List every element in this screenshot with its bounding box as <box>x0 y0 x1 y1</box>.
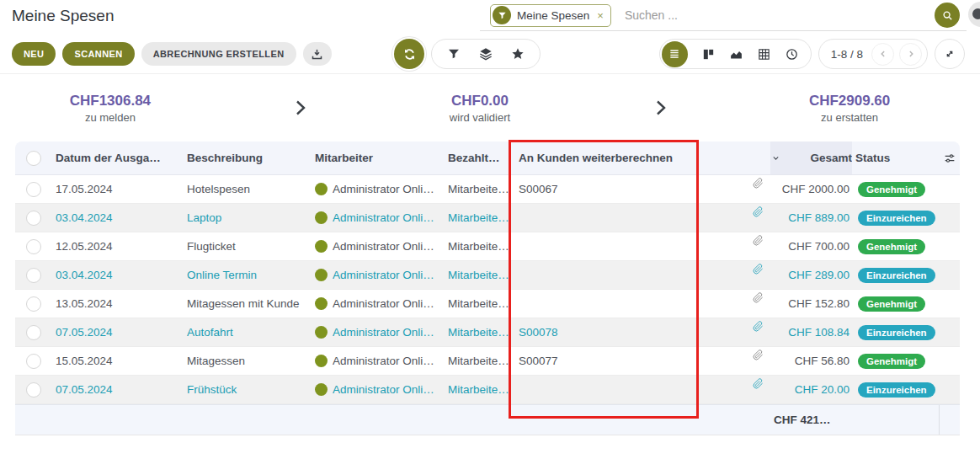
refresh-button[interactable] <box>394 39 424 69</box>
sort-descending-icon[interactable] <box>770 152 781 163</box>
cell-description[interactable]: Frühstück <box>184 383 312 396</box>
pager-next-button[interactable] <box>899 43 922 66</box>
cell-employee[interactable]: Administrator Onli… <box>312 269 445 281</box>
pivot-view-button[interactable] <box>757 47 771 61</box>
cell-total[interactable]: CHF 2000.00 <box>770 183 852 195</box>
cell-description[interactable]: Mitagessen <box>184 355 312 367</box>
list-view-button[interactable] <box>662 41 688 67</box>
header-employee[interactable]: Mitarbeiter <box>312 152 445 164</box>
row-checkbox[interactable] <box>15 354 52 369</box>
cell-paid-by[interactable]: Mitarbeiter… <box>445 297 515 310</box>
cell-status[interactable]: Einzureichen <box>852 382 939 398</box>
row-checkbox[interactable] <box>15 268 52 283</box>
header-status[interactable]: Status <box>852 152 939 164</box>
table-row[interactable]: 15.05.2024MitagessenAdministrator Onli…M… <box>15 347 960 376</box>
optional-columns-button[interactable] <box>939 152 960 165</box>
cell-employee[interactable]: Administrator Onli… <box>312 183 445 195</box>
cell-total[interactable]: CHF 108.84 <box>770 326 852 339</box>
cell-total[interactable]: CHF 56.80 <box>770 355 852 367</box>
search-button[interactable] <box>935 3 960 28</box>
row-checkbox[interactable] <box>15 239 52 254</box>
header-paid-by[interactable]: Bezahlt… <box>445 152 515 164</box>
search-bar[interactable]: Meine Spesen × Suchen ... <box>480 0 967 31</box>
cell-employee[interactable]: Administrator Onli… <box>312 211 445 224</box>
download-button[interactable] <box>303 42 332 66</box>
cell-employee[interactable]: Administrator Onli… <box>312 240 445 253</box>
cell-paid-by[interactable]: Mitarbeiter… <box>445 355 515 367</box>
pager-previous-button[interactable] <box>871 43 894 66</box>
cell-date[interactable]: 07.05.2024 <box>52 383 184 396</box>
cell-status[interactable]: Genehmigt <box>852 182 939 197</box>
cell-paid-by[interactable]: Mitarbeiter… <box>445 211 515 224</box>
cell-date[interactable]: 17.05.2024 <box>52 183 184 195</box>
cell-employee[interactable]: Administrator Onli… <box>312 326 445 339</box>
header-total[interactable]: Gesamt <box>770 141 852 174</box>
table-row[interactable]: 03.04.2024Online TerminAdministrator Onl… <box>15 261 960 290</box>
expand-button[interactable] <box>935 39 965 69</box>
cell-description[interactable]: Autofahrt <box>184 326 312 339</box>
summary-to-report[interactable]: CHF1306.84 zu melden <box>70 93 151 124</box>
row-checkbox[interactable] <box>15 182 52 197</box>
cell-employee[interactable]: Administrator Onli… <box>312 383 445 396</box>
cell-description[interactable]: Hotelspesen <box>184 183 312 195</box>
scan-button[interactable]: SCANNEN <box>62 42 134 66</box>
create-report-button[interactable]: ABRECHNUNG ERSTELLEN <box>141 42 296 66</box>
cell-status[interactable]: Genehmigt <box>852 296 939 312</box>
table-row[interactable]: 17.05.2024HotelspesenAdministrator Onli…… <box>15 175 960 204</box>
summary-under-validation[interactable]: CHF0.00 wird validiert <box>450 93 510 124</box>
graph-view-button[interactable] <box>729 47 743 61</box>
table-row[interactable]: 07.05.2024AutofahrtAdministrator Onli…Mi… <box>15 318 960 347</box>
cell-customer[interactable]: S00078 <box>515 326 699 339</box>
cell-paid-by[interactable]: Mitarbeiter… <box>445 240 515 253</box>
header-date[interactable]: Datum der Ausga… <box>52 152 184 164</box>
table-row[interactable]: 12.05.2024FlugticketAdministrator Onli…M… <box>15 232 960 261</box>
cell-customer[interactable]: S00067 <box>515 183 699 195</box>
cell-paid-by[interactable]: Mitarbeiter… <box>445 383 515 396</box>
activity-view-button[interactable] <box>785 47 799 61</box>
select-all-checkbox[interactable] <box>15 151 52 166</box>
cell-status[interactable]: Einzureichen <box>852 211 939 226</box>
remove-facet-icon[interactable]: × <box>597 9 604 22</box>
new-button[interactable]: NEU <box>12 42 56 66</box>
cell-date[interactable]: 07.05.2024 <box>52 326 184 339</box>
avatar[interactable] <box>968 2 980 27</box>
cell-paid-by[interactable]: Mitarbeiter… <box>445 183 515 195</box>
cell-employee[interactable]: Administrator Onli… <box>312 355 445 367</box>
row-checkbox[interactable] <box>15 211 52 226</box>
cell-description[interactable]: Online Termin <box>184 269 312 281</box>
row-checkbox[interactable] <box>15 296 52 312</box>
cell-paid-by[interactable]: Mitarbeiter… <box>445 326 515 339</box>
cell-date[interactable]: 03.04.2024 <box>52 211 184 224</box>
cell-description[interactable]: Mitagessen mit Kunde <box>184 297 312 310</box>
header-description[interactable]: Beschreibung <box>184 152 312 164</box>
search-input[interactable]: Suchen ... <box>625 8 678 22</box>
filter-icon[interactable] <box>447 47 461 61</box>
cell-total[interactable]: CHF 152.80 <box>770 297 852 310</box>
group-by-layers-icon[interactable] <box>479 47 493 61</box>
search-facet[interactable]: Meine Spesen × <box>490 4 611 27</box>
cell-date[interactable]: 03.04.2024 <box>52 269 184 281</box>
cell-total[interactable]: CHF 20.00 <box>770 383 852 396</box>
cell-total[interactable]: CHF 289.00 <box>770 269 852 281</box>
table-row[interactable]: 03.04.2024LaptopAdministrator Onli…Mitar… <box>15 204 960 232</box>
header-customer[interactable]: An Kunden weiterberechnen <box>515 152 699 164</box>
kanban-view-button[interactable] <box>701 47 716 61</box>
row-checkbox[interactable] <box>15 382 52 398</box>
cell-status[interactable]: Genehmigt <box>852 239 939 254</box>
cell-customer[interactable]: S00077 <box>515 355 699 367</box>
cell-date[interactable]: 13.05.2024 <box>52 297 184 310</box>
cell-status[interactable]: Einzureichen <box>852 325 939 340</box>
cell-employee[interactable]: Administrator Onli… <box>312 297 445 310</box>
table-row[interactable]: 13.05.2024Mitagessen mit KundeAdministra… <box>15 290 960 318</box>
cell-date[interactable]: 15.05.2024 <box>52 355 184 367</box>
table-row[interactable]: 07.05.2024FrühstückAdministrator Onli…Mi… <box>15 376 960 404</box>
cell-total[interactable]: CHF 700.00 <box>770 240 852 253</box>
row-checkbox[interactable] <box>15 325 52 340</box>
cell-paid-by[interactable]: Mitarbeiter… <box>445 269 515 281</box>
cell-description[interactable]: Flugticket <box>184 240 312 253</box>
cell-description[interactable]: Laptop <box>184 211 312 224</box>
favorites-star-icon[interactable] <box>511 47 525 61</box>
cell-status[interactable]: Genehmigt <box>852 354 939 369</box>
summary-to-reimburse[interactable]: CHF2909.60 zu erstatten <box>809 93 890 124</box>
cell-status[interactable]: Einzureichen <box>852 268 939 283</box>
